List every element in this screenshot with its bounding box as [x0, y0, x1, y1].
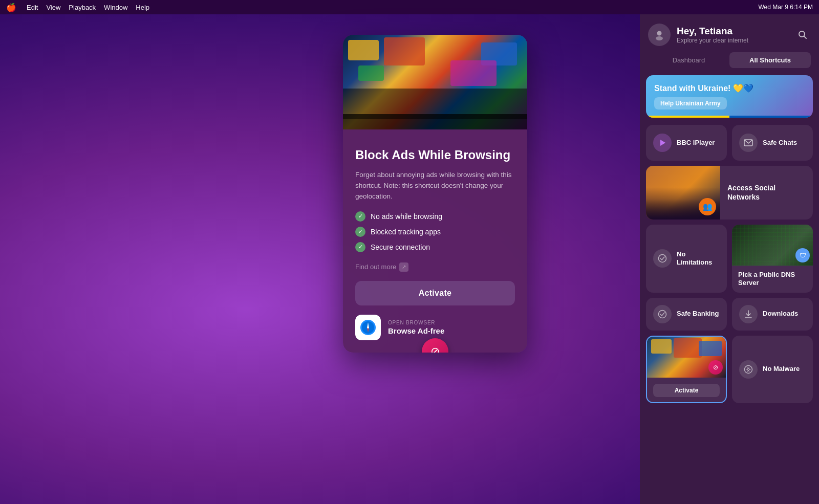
shortcuts-grid: BBC iPlayer Safe Chats 👥	[640, 125, 819, 403]
feature-item-2: ✓ Blocked tracking apps	[355, 227, 515, 237]
shortcut-block-ads[interactable]: ⊘ Activate	[646, 336, 727, 403]
shortcut-downloads[interactable]: Downloads	[732, 298, 813, 331]
menubar-left: 🍎 Edit View Playback Window Help	[6, 3, 149, 12]
bbc-label: BBC iPlayer	[677, 139, 715, 147]
card-title: Block Ads While Browsing	[355, 148, 515, 163]
activate-button[interactable]: Activate	[355, 281, 515, 305]
card-description: Forget about annoying ads while browsing…	[355, 170, 515, 202]
shortcut-safe-chats[interactable]: Safe Chats	[732, 125, 813, 161]
check-icon-2: ✓	[355, 227, 365, 237]
card-body: Block Ads While Browsing Forget about an…	[343, 129, 527, 305]
feature-label-2: Blocked tracking apps	[371, 228, 441, 236]
envelope-icon	[739, 134, 758, 152]
menu-help[interactable]: Help	[136, 4, 149, 11]
safari-icon	[355, 315, 381, 340]
feature-label-3: Secure connection	[371, 243, 430, 251]
no-malware-label: No Malware	[763, 365, 800, 373]
safe-banking-label: Safe Banking	[677, 310, 719, 318]
tab-dashboard[interactable]: Dashboard	[648, 52, 729, 68]
shortcut-no-limitations[interactable]: No Limitations	[646, 225, 727, 293]
svg-point-11	[659, 255, 666, 262]
block-icon: ⊘	[430, 345, 440, 353]
radiation-icon	[739, 360, 758, 379]
search-button[interactable]	[794, 27, 811, 43]
panel-header: Hey, Tetiana Explore your clear internet	[640, 14, 819, 52]
apple-menu[interactable]: 🍎	[6, 3, 16, 12]
shortcut-safe-banking[interactable]: Safe Banking	[646, 298, 727, 331]
avatar	[648, 24, 671, 46]
card-icon-badge: ⊘	[422, 338, 448, 353]
right-panel: Hey, Tetiana Explore your clear internet…	[640, 14, 819, 504]
greeting-name: Hey, Tetiana	[677, 26, 788, 37]
tab-all-shortcuts[interactable]: All Shortcuts	[729, 52, 811, 68]
activate-small-button[interactable]: Activate	[653, 384, 720, 397]
svg-point-13	[745, 365, 752, 373]
circle-check-icon-1	[653, 249, 672, 268]
footer-label: OPEN BROWSER	[388, 320, 444, 325]
block-ads-card: ⊘ Block Ads While Browsing Forget about …	[343, 35, 527, 353]
pick-dns-label: Pick a Public DNS Server	[738, 271, 807, 288]
shortcut-access-social[interactable]: 👥 Access Social Networks	[646, 166, 813, 220]
svg-point-4	[367, 326, 369, 328]
svg-line-8	[804, 36, 806, 38]
menubar-right: Wed Mar 9 6:14 PM	[759, 4, 813, 11]
no-limitations-label: No Limitations	[677, 250, 720, 267]
download-icon	[739, 305, 758, 323]
downloads-label: Downloads	[763, 310, 798, 318]
feature-label-1: No ads while browsing	[371, 212, 442, 221]
card-hero-image	[343, 35, 527, 129]
menu-playback[interactable]: Playback	[69, 4, 96, 11]
ukraine-title: Stand with Ukraine! 💛💙	[654, 83, 805, 93]
circle-check-icon-2	[653, 305, 672, 323]
menu-edit[interactable]: Edit	[27, 4, 38, 11]
svg-marker-9	[660, 140, 665, 146]
menu-view[interactable]: View	[46, 4, 60, 11]
greeting-subtitle: Explore your clear internet	[677, 37, 788, 44]
ukraine-button[interactable]: Help Ukrainian Army	[654, 97, 727, 109]
shortcut-bbc-iplayer[interactable]: BBC iPlayer	[646, 125, 727, 161]
arrow-icon: ↗	[399, 262, 408, 272]
svg-point-6	[656, 36, 663, 40]
feature-item-1: ✓ No ads while browsing	[355, 211, 515, 222]
ukraine-banner[interactable]: Stand with Ukraine! 💛💙 Help Ukrainian Ar…	[646, 75, 813, 118]
menubar: 🍎 Edit View Playback Window Help Wed Mar…	[0, 0, 819, 14]
footer-title: Browse Ad-free	[388, 326, 444, 335]
shortcut-no-malware[interactable]: No Malware	[732, 336, 813, 403]
menu-clock: Wed Mar 9 6:14 PM	[759, 4, 813, 11]
play-icon	[653, 134, 672, 152]
menu-window[interactable]: Window	[104, 4, 127, 11]
check-icon-1: ✓	[355, 211, 365, 222]
card-footer-text: OPEN BROWSER Browse Ad-free	[388, 320, 444, 335]
feature-list: ✓ No ads while browsing ✓ Blocked tracki…	[355, 211, 515, 252]
social-networks-label: Access Social Networks	[727, 184, 806, 202]
find-out-more-link[interactable]: Find out more ↗	[355, 262, 515, 272]
svg-point-5	[657, 31, 662, 36]
safe-chats-label: Safe Chats	[763, 139, 797, 147]
card-footer: OPEN BROWSER Browse Ad-free	[343, 305, 527, 340]
panel-greeting: Hey, Tetiana Explore your clear internet	[677, 26, 788, 44]
feature-item-3: ✓ Secure connection	[355, 242, 515, 252]
panel-tabs: Dashboard All Shortcuts	[640, 52, 819, 68]
find-out-more-text: Find out more	[355, 263, 396, 271]
check-icon-3: ✓	[355, 242, 365, 252]
shortcut-pick-dns[interactable]: 🛡 Pick a Public DNS Server	[732, 225, 813, 293]
svg-point-12	[659, 310, 666, 318]
svg-point-14	[747, 368, 749, 370]
